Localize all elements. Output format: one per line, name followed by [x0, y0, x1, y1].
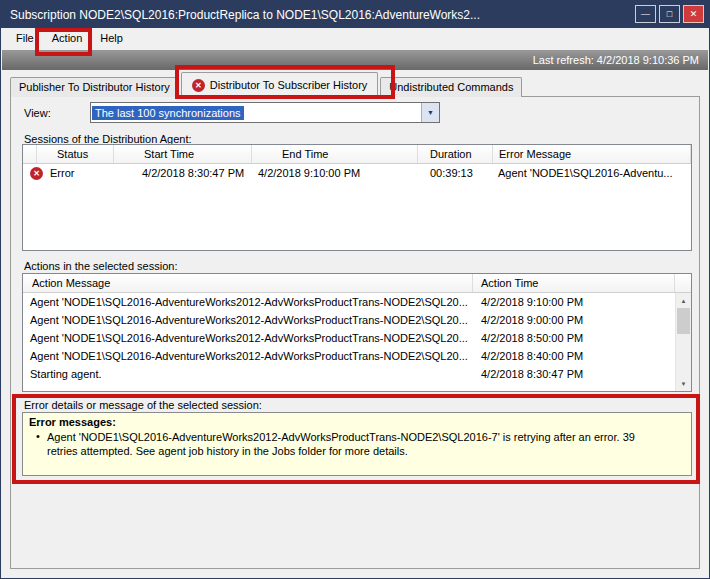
- session-status: Error: [50, 167, 74, 179]
- sessions-col-duration[interactable]: Duration: [418, 145, 493, 163]
- window-controls: — □ ✕: [635, 5, 704, 23]
- action-message: Agent 'NODE1\SQL2016-AdventureWorks2012-…: [23, 350, 473, 362]
- scrollbar-track[interactable]: [676, 308, 691, 376]
- action-message: Agent 'NODE1\SQL2016-AdventureWorks2012-…: [23, 296, 473, 308]
- last-refresh-text: Last refresh: 4/2/2018 9:10:36 PM: [533, 54, 699, 66]
- action-time: 4/2/2018 8:30:47 PM: [473, 368, 675, 380]
- actions-label: Actions in the selected session:: [24, 260, 177, 272]
- tab-undistributed-commands[interactable]: Undistributed Commands: [380, 77, 522, 97]
- session-end-time: 4/2/2018 9:10:00 PM: [252, 167, 418, 179]
- view-dropdown-value: The last 100 synchronizations: [92, 106, 244, 120]
- error-message-item: • Agent 'NODE1\SQL2016-AdventureWorks201…: [29, 430, 685, 458]
- tab-label: Undistributed Commands: [389, 81, 513, 93]
- sessions-table: Status Start Time End Time Duration Erro…: [22, 144, 692, 251]
- action-time: 4/2/2018 9:00:00 PM: [473, 314, 675, 326]
- sessions-col-start-time[interactable]: Start Time: [114, 145, 252, 163]
- actions-table: Action Message Action Time Agent 'NODE1\…: [22, 273, 692, 392]
- tab-error-icon: ✕: [192, 79, 205, 92]
- bullet-icon: •: [29, 430, 47, 458]
- actions-col-message[interactable]: Action Message: [23, 274, 473, 292]
- maximize-icon: □: [667, 10, 672, 19]
- error-details-label: Error details or message of the selected…: [24, 399, 262, 411]
- close-button[interactable]: ✕: [683, 5, 704, 23]
- tabstrip: Publisher To Distributor History ✕ Distr…: [10, 72, 524, 97]
- menu-help[interactable]: Help: [91, 28, 132, 50]
- close-icon: ✕: [690, 10, 698, 19]
- action-message: Agent 'NODE1\SQL2016-AdventureWorks2012-…: [23, 332, 473, 344]
- session-duration: 00:39:13: [418, 167, 493, 179]
- minimize-button[interactable]: —: [635, 5, 656, 23]
- view-dropdown[interactable]: The last 100 synchronizations ▼: [90, 102, 440, 123]
- titlebar: Subscription NODE2\SQL2016:ProductReplic…: [1, 1, 709, 28]
- session-error-icon: ✕: [30, 167, 43, 180]
- action-row[interactable]: Starting agent. 4/2/2018 8:30:47 PM: [23, 365, 675, 383]
- scrollbar-thumb[interactable]: [677, 308, 690, 334]
- actions-rows: Agent 'NODE1\SQL2016-AdventureWorks2012-…: [23, 293, 675, 391]
- error-details-box: Error messages: • Agent 'NODE1\SQL2016-A…: [22, 412, 692, 476]
- sessions-col-error-message[interactable]: Error Message: [493, 145, 691, 163]
- session-row[interactable]: ✕ Error 4/2/2018 8:30:47 PM 4/2/2018 9:1…: [23, 164, 691, 182]
- minimize-icon: —: [641, 10, 650, 19]
- menu-action[interactable]: Action: [43, 28, 92, 50]
- tab-distributor-to-subscriber[interactable]: ✕ Distributor To Subscriber History: [181, 72, 379, 97]
- tab-panel: View: The last 100 synchronizations ▼ Se…: [10, 96, 700, 569]
- actions-col-time[interactable]: Action Time: [473, 274, 675, 292]
- subscription-window: Subscription NODE2\SQL2016:ProductReplic…: [0, 0, 710, 579]
- action-time: 4/2/2018 8:50:00 PM: [473, 332, 675, 344]
- tab-publisher-to-distributor[interactable]: Publisher To Distributor History: [10, 77, 179, 97]
- actions-table-header: Action Message Action Time: [23, 274, 691, 293]
- actions-col-stub: [675, 274, 691, 292]
- action-row[interactable]: Agent 'NODE1\SQL2016-AdventureWorks2012-…: [23, 311, 675, 329]
- scroll-up-icon[interactable]: ▲: [676, 293, 691, 308]
- view-label: View:: [24, 107, 51, 119]
- menubar: File Action Help: [2, 28, 708, 50]
- menu-file[interactable]: File: [7, 28, 43, 50]
- refresh-strip: Last refresh: 4/2/2018 9:10:36 PM: [2, 50, 708, 70]
- sessions-col-end-time[interactable]: End Time: [252, 145, 418, 163]
- error-messages-heading: Error messages:: [29, 416, 685, 428]
- actions-scrollbar[interactable]: ▲ ▼: [675, 293, 691, 391]
- session-error-message: Agent 'NODE1\SQL2016-Adventu...: [493, 167, 691, 179]
- error-message-text: Agent 'NODE1\SQL2016-AdventureWorks2012-…: [47, 430, 685, 458]
- sessions-table-header: Status Start Time End Time Duration Erro…: [23, 145, 691, 164]
- tab-label: Distributor To Subscriber History: [210, 76, 368, 95]
- sessions-col-stub: [23, 145, 37, 163]
- tab-label: Publisher To Distributor History: [19, 81, 170, 93]
- scroll-down-icon[interactable]: ▼: [676, 376, 691, 391]
- action-time: 4/2/2018 9:10:00 PM: [473, 296, 675, 308]
- dropdown-arrow-icon[interactable]: ▼: [421, 103, 439, 122]
- action-message: Starting agent.: [23, 368, 473, 380]
- action-row[interactable]: Agent 'NODE1\SQL2016-AdventureWorks2012-…: [23, 293, 675, 311]
- session-start-time: 4/2/2018 8:30:47 PM: [114, 167, 252, 179]
- action-time: 4/2/2018 8:40:00 PM: [473, 350, 675, 362]
- sessions-col-status[interactable]: Status: [37, 145, 114, 163]
- window-title: Subscription NODE2\SQL2016:ProductReplic…: [10, 8, 480, 22]
- action-message: Agent 'NODE1\SQL2016-AdventureWorks2012-…: [23, 314, 473, 326]
- action-row[interactable]: Agent 'NODE1\SQL2016-AdventureWorks2012-…: [23, 347, 675, 365]
- action-row[interactable]: Agent 'NODE1\SQL2016-AdventureWorks2012-…: [23, 329, 675, 347]
- maximize-button[interactable]: □: [659, 5, 680, 23]
